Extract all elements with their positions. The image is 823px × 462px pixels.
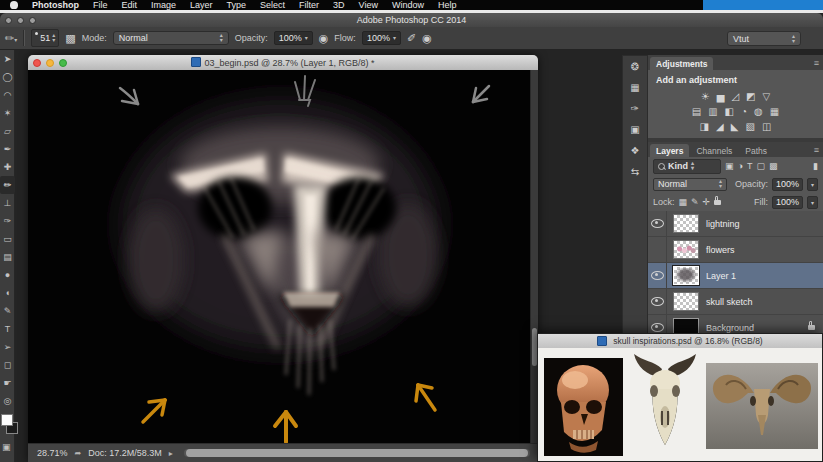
layer-row-layer-1[interactable]: Layer 1 (648, 263, 823, 289)
inspirations-title-bar[interactable]: skull inspirations.psd @ 16.8% (RGB/8) (538, 334, 822, 348)
color-panel-icon[interactable]: ❂ (623, 56, 647, 77)
layer-thumbnail[interactable] (673, 266, 699, 285)
color-lookup-icon[interactable]: ▦ (770, 106, 779, 118)
tool-clone-stamp[interactable]: ⊥ (0, 194, 15, 212)
filter-pixel-layers-icon[interactable]: ▣ (725, 161, 734, 171)
document-title-bar[interactable]: 03_begin.psd @ 28.7% (Layer 1, RGB/8) * (28, 55, 538, 70)
menu-3d[interactable]: 3D (333, 0, 345, 10)
filter-smart-objects-icon[interactable]: ▩ (769, 161, 778, 171)
blend-mode-dropdown[interactable]: Normal▴▾ (113, 31, 229, 45)
color-balance-icon[interactable]: ▥ (708, 106, 717, 118)
tool-crop[interactable]: ▱ (0, 122, 15, 140)
posterize-icon[interactable]: ◢ (716, 121, 724, 133)
menu-view[interactable]: View (359, 0, 378, 10)
layer-name[interactable]: skull sketch (706, 297, 753, 307)
invert-icon[interactable]: ◨ (700, 121, 709, 133)
layer-name[interactable]: Layer 1 (706, 271, 736, 281)
layer-opacity-input[interactable]: 100% (772, 178, 803, 191)
styles-panel-icon[interactable]: ❖ (623, 140, 647, 161)
brightness-contrast-icon[interactable]: ☀ (701, 91, 710, 103)
levels-icon[interactable]: ▅ (717, 91, 725, 103)
layer-row-lightning[interactable]: lightning (648, 211, 823, 237)
screen-mode-icon[interactable]: ▣ (2, 442, 11, 452)
tool-healing-brush[interactable]: ✚ (0, 158, 15, 176)
menu-photoshop[interactable]: Photoshop (32, 0, 79, 10)
visibility-toggle[interactable] (648, 237, 667, 262)
history-panel-icon[interactable]: ⇆ (623, 161, 647, 182)
menu-type[interactable]: Type (227, 0, 247, 10)
tool-hand[interactable]: ☛ (0, 374, 15, 392)
filter-kind-dropdown[interactable]: Kind ▴▾ (653, 159, 721, 174)
brush-presets-panel-icon[interactable]: ✑ (623, 98, 647, 119)
inspirations-canvas[interactable] (538, 348, 822, 461)
tool-lasso[interactable]: ◠ (0, 86, 15, 104)
tool-pen[interactable]: ✎ (0, 302, 15, 320)
tool-blur[interactable]: ● (0, 266, 15, 284)
layer-thumbnail[interactable] (673, 240, 699, 259)
selective-color-icon[interactable]: ◫ (762, 121, 771, 133)
menu-image[interactable]: Image (151, 0, 176, 10)
horizontal-scrollbar-thumb[interactable] (186, 449, 528, 457)
channel-mixer-icon[interactable]: ◍ (754, 106, 763, 118)
tool-history-brush[interactable]: ✑ (0, 212, 15, 230)
tab-adjustments[interactable]: Adjustments (650, 57, 713, 70)
tab-paths[interactable]: Paths (739, 144, 773, 157)
filter-type-layers-icon[interactable]: T (747, 161, 753, 171)
panel-menu-icon[interactable]: ≡ (814, 145, 819, 155)
layer-row-skull-sketch[interactable]: skull sketch (648, 289, 823, 315)
tool-brush[interactable]: ✏ (0, 176, 15, 194)
app-title-bar[interactable]: Adobe Photoshop CC 2014 (0, 13, 823, 27)
filter-adjustment-layers-icon[interactable]: ◑ (738, 161, 743, 171)
layer-opacity-arrow[interactable]: ▾ (807, 178, 818, 191)
menu-layer[interactable]: Layer (190, 0, 213, 10)
visibility-toggle[interactable] (648, 289, 667, 314)
lock-pixels-icon[interactable]: ✎ (691, 197, 699, 207)
hue-saturation-icon[interactable]: ▤ (692, 106, 701, 118)
black-white-icon[interactable]: ◧ (725, 106, 734, 118)
layer-row-flowers[interactable]: flowers (648, 237, 823, 263)
visibility-toggle[interactable] (648, 263, 667, 288)
menu-select[interactable]: Select (260, 0, 285, 10)
tool-marquee[interactable]: ◯ (0, 68, 15, 86)
curves-icon[interactable]: ◿ (731, 91, 739, 103)
workspace-switcher[interactable]: Vtut▴▾ (727, 31, 801, 46)
menu-edit[interactable]: Edit (122, 0, 138, 10)
status-flyout-icon[interactable]: ▸ (169, 449, 173, 458)
filter-toggle-switch[interactable]: ▮ (813, 161, 818, 171)
layer-thumbnail[interactable] (673, 292, 699, 311)
tool-move[interactable]: ➤ (0, 50, 15, 68)
pressure-size-icon[interactable]: ◉ (422, 33, 432, 44)
exposure-icon[interactable]: ◩ (746, 91, 755, 103)
menu-help[interactable]: Help (438, 0, 457, 10)
tool-type[interactable]: T (0, 320, 15, 338)
layer-name[interactable]: Background (706, 323, 754, 333)
tool-eraser[interactable]: ▭ (0, 230, 15, 248)
zoom-level-field[interactable]: 28.71% (37, 448, 68, 458)
visibility-toggle[interactable] (648, 211, 667, 236)
airbrush-toggle-icon[interactable]: ✐ (407, 33, 416, 44)
tool-quick-selection[interactable]: ✶ (0, 104, 15, 122)
layer-thumbnail[interactable] (673, 214, 699, 233)
tool-path-selection[interactable]: ➢ (0, 338, 15, 356)
layer-name[interactable]: flowers (706, 245, 735, 255)
tool-shape[interactable]: ◻ (0, 356, 15, 374)
tab-layers[interactable]: Layers (650, 144, 689, 157)
gradient-map-icon[interactable]: ▧ (745, 121, 754, 133)
panel-menu-icon[interactable]: ≡ (814, 58, 819, 68)
tool-zoom[interactable]: ◎ (0, 392, 15, 410)
menu-filter[interactable]: Filter (299, 0, 319, 10)
pressure-opacity-icon[interactable]: ◉ (319, 33, 329, 44)
lock-transparency-icon[interactable]: ▦ (679, 197, 688, 207)
clone-source-panel-icon[interactable]: ▣ (623, 119, 647, 140)
tool-preset-icon[interactable]: ✏▾ (5, 33, 17, 44)
doc-size-readout[interactable]: Doc: 17.2M/58.3M (88, 448, 162, 458)
tool-eyedropper[interactable]: ✒ (0, 140, 15, 158)
swatches-panel-icon[interactable]: ▦ (623, 77, 647, 98)
layer-fill-arrow[interactable]: ▾ (807, 196, 818, 209)
layer-name[interactable]: lightning (706, 219, 740, 229)
tool-gradient[interactable]: ▤ (0, 248, 15, 266)
tab-channels[interactable]: Channels (690, 144, 738, 157)
apple-logo-icon[interactable] (10, 1, 18, 9)
tool-dodge[interactable]: ◖ (0, 284, 15, 302)
photo-filter-icon[interactable]: ◔ (741, 106, 747, 118)
